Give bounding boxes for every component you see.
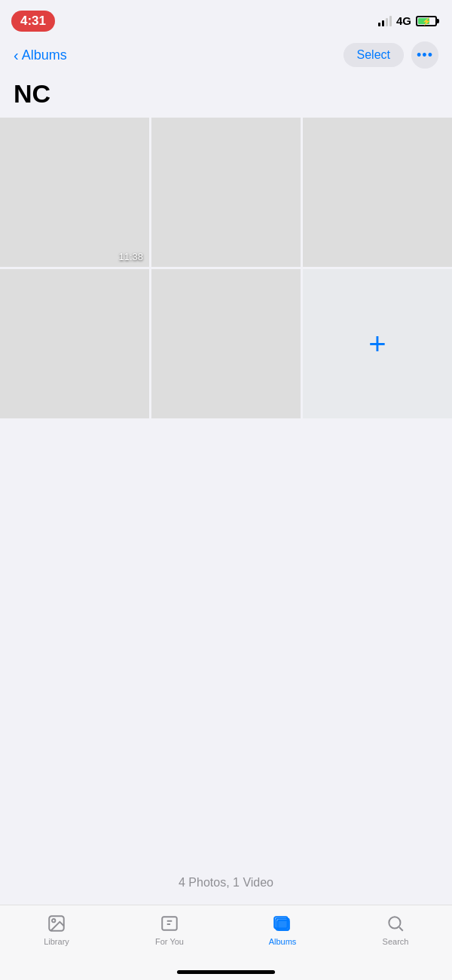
tab-search[interactable]: Search	[339, 913, 452, 946]
tab-for-you-label: For You	[155, 937, 184, 946]
photo-cell-3[interactable]	[303, 118, 452, 267]
battery-icon: ⚡	[416, 16, 437, 26]
nav-actions: Select •••	[344, 41, 438, 69]
albums-icon	[272, 913, 293, 934]
photo-count: 4 Photos, 1 Video	[0, 861, 452, 905]
tab-library-label: Library	[44, 937, 69, 946]
nav-bar: ‹ Albums Select •••	[0, 38, 452, 76]
status-time: 4:31	[11, 11, 55, 32]
back-chevron-icon: ‹	[14, 47, 19, 64]
photo-cell-1[interactable]: 11:38	[0, 118, 149, 267]
back-button[interactable]: ‹ Albums	[14, 47, 67, 64]
add-icon: +	[368, 329, 386, 359]
photo-image-2	[151, 118, 301, 267]
tab-albums[interactable]: Albums	[226, 913, 339, 946]
photo-grid: 11:38 +	[0, 118, 452, 418]
tab-library[interactable]: Library	[0, 913, 113, 946]
photo-image-3	[303, 118, 452, 267]
svg-point-1	[52, 919, 55, 922]
signal-icon	[378, 16, 392, 26]
album-title: NC	[0, 76, 452, 118]
back-label: Albums	[22, 47, 67, 63]
photo-image-1	[0, 118, 149, 267]
add-photo-cell[interactable]: +	[303, 269, 452, 418]
svg-rect-2	[162, 917, 177, 929]
more-button[interactable]: •••	[411, 41, 438, 69]
photo-cell-4[interactable]	[0, 269, 149, 418]
photo-image-4	[0, 269, 149, 418]
tab-for-you[interactable]: For You	[113, 913, 226, 946]
network-label: 4G	[396, 14, 411, 27]
photo-cell-2[interactable]	[151, 118, 301, 267]
status-icons: 4G ⚡	[378, 14, 437, 27]
tab-bar: Library For You Albums	[0, 905, 452, 980]
for-you-icon	[159, 913, 180, 934]
tab-albums-label: Albums	[269, 937, 297, 946]
photo-timestamp-1: 11:38	[118, 251, 143, 262]
search-icon	[385, 913, 406, 934]
home-indicator	[177, 970, 275, 974]
status-bar: 4:31 4G ⚡	[0, 0, 452, 38]
tab-search-label: Search	[383, 937, 409, 946]
select-button[interactable]: Select	[344, 43, 404, 67]
library-icon	[46, 913, 67, 934]
svg-point-7	[389, 917, 400, 928]
svg-rect-6	[278, 920, 289, 930]
photo-image-5	[151, 269, 301, 418]
photo-cell-5[interactable]	[151, 269, 301, 418]
